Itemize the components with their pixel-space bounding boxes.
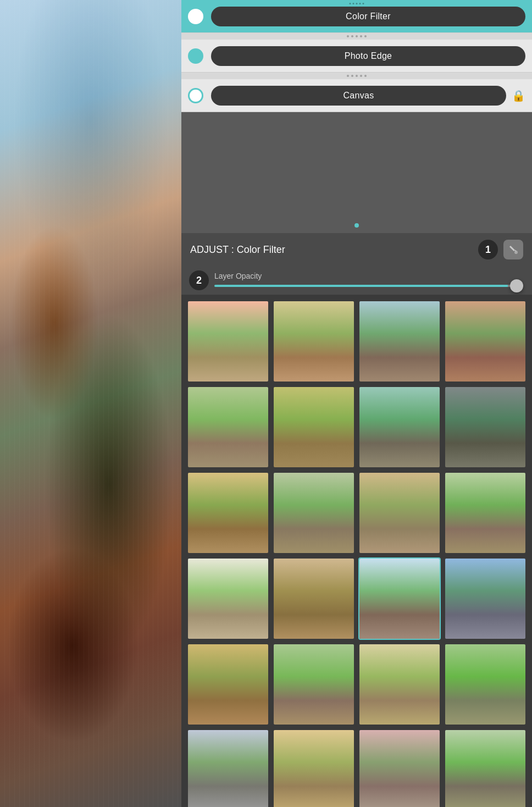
photo-edge-button[interactable]: Photo Edge [211, 46, 525, 66]
filter-row-1 [187, 386, 527, 468]
layer-row-color-filter[interactable]: Color Filter [181, 0, 532, 33]
slider-thumb[interactable] [510, 279, 523, 292]
filter-thumb-0-2[interactable] [358, 300, 441, 383]
filter-row-4 [187, 643, 527, 726]
filter-thumb-5-0[interactable] [187, 729, 269, 807]
adjust-title: ADJUST : Color Filter [190, 244, 473, 256]
layer-toggle-photo-edge[interactable] [188, 48, 203, 64]
grid-wrapper: 3 [187, 300, 527, 807]
filter-thumb-0-1[interactable] [273, 300, 355, 383]
filter-thumb-0-0[interactable] [187, 300, 269, 383]
layer-toggle-canvas[interactable] [188, 88, 203, 103]
filter-thumb-3-1[interactable] [273, 557, 355, 640]
filter-thumb-4-0[interactable] [187, 643, 269, 726]
step1-badge: 1 [478, 240, 498, 259]
filter-thumb-3-3[interactable] [444, 557, 527, 640]
filter-thumb-2-1[interactable] [273, 472, 355, 554]
filter-row-0 [187, 300, 527, 383]
filter-thumb-1-1[interactable] [273, 386, 355, 468]
dot-indicator [354, 223, 359, 228]
opacity-label: Layer Opacity [214, 272, 523, 280]
lock-icon: 🔒 [512, 89, 525, 102]
right-panel: Color Filter Photo Edge Canvas 🔒 ADJUST … [181, 0, 532, 807]
filter-thumb-1-0[interactable] [187, 386, 269, 468]
filter-thumb-4-2[interactable] [358, 643, 441, 726]
filter-thumb-5-1[interactable] [273, 729, 355, 807]
layer-row-canvas[interactable]: Canvas 🔒 [181, 79, 532, 112]
filter-thumb-2-2[interactable] [358, 472, 441, 554]
opacity-section: 2 Layer Opacity [181, 266, 532, 295]
filter-thumb-4-1[interactable] [273, 643, 355, 726]
color-filter-button[interactable]: Color Filter [211, 7, 525, 26]
filter-row-3 [187, 557, 527, 640]
paint-bucket-icon [508, 244, 519, 255]
drag-handle [350, 3, 364, 4]
filter-thumb-1-2[interactable] [358, 386, 441, 468]
filter-row-5 [187, 729, 527, 807]
dark-spacer [181, 112, 532, 233]
filter-thumb-2-3[interactable] [444, 472, 527, 554]
filter-thumb-0-3[interactable] [444, 300, 527, 383]
layer-toggle-color-filter[interactable] [188, 9, 203, 24]
canvas-button[interactable]: Canvas [211, 86, 506, 106]
filter-row-2 [187, 472, 527, 554]
filter-thumb-2-0[interactable] [187, 472, 269, 554]
layer-row-photo-edge[interactable]: Photo Edge [181, 40, 532, 73]
photo-image [0, 0, 181, 807]
filter-thumb-5-3[interactable] [444, 729, 527, 807]
opacity-slider[interactable] [214, 285, 523, 287]
adjust-section: ADJUST : Color Filter 1 [181, 233, 532, 266]
paint-bucket-button[interactable] [503, 240, 523, 259]
expand-dots-1 [181, 33, 532, 40]
expand-dots-2 [181, 73, 532, 79]
layers-section: Color Filter Photo Edge Canvas 🔒 [181, 0, 532, 112]
filter-thumb-5-2[interactable] [358, 729, 441, 807]
filter-thumb-4-3[interactable] [444, 643, 527, 726]
photo-panel [0, 0, 181, 807]
filter-thumb-1-3[interactable] [444, 386, 527, 468]
filter-grid-section[interactable]: 3 [181, 295, 532, 807]
filter-thumb-3-2[interactable] [358, 557, 441, 640]
filter-thumb-3-0[interactable] [187, 557, 269, 640]
step2-badge: 2 [189, 270, 209, 290]
